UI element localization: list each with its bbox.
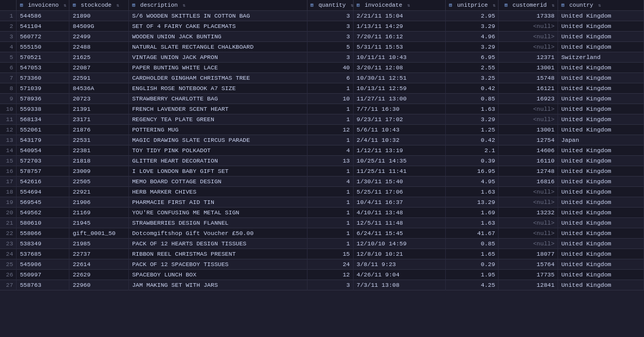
null-value: <null> [533, 43, 554, 50]
table-row[interactable]: 857103984536AENGLISH ROSE NOTEBOOK A7 SI… [0, 83, 644, 94]
table-row[interactable]: 2453768522737RIBBON REEL CHRISTMAS PRESE… [0, 249, 644, 259]
cell-customerid: 17338 [499, 11, 558, 21]
header-country[interactable]: ⊞ country ⇅ [558, 0, 644, 11]
cell-unitprice: 2.55 [446, 63, 499, 73]
sort-icon-country[interactable]: ⇅ [598, 3, 601, 8]
cell-invoicedate: 3/20/11 12:08 [353, 63, 446, 73]
table-row[interactable]: 1255206121876POTTERING MUG125/6/11 10:43… [0, 125, 644, 135]
cell-quantity: 1 [307, 135, 353, 145]
cell-invoicedate: 5/6/11 10:43 [353, 125, 446, 135]
table-row[interactable]: 757336022591CARDHOLDER GINGHAM CHRISTMAS… [0, 73, 644, 83]
table-row[interactable]: 2158061021945STRAWBERRIES DESIGN FLANNEL… [0, 218, 644, 228]
table-row[interactable]: 1754261622505MEMO BOARD COTTAGE DESIGN41… [0, 177, 644, 187]
cell-quantity: 1 [307, 228, 353, 239]
cell-invoicedate: 1/12/11 13:19 [353, 145, 446, 156]
cell-stockcode: 21945 [69, 218, 129, 228]
table-row[interactable]: 2554590622614PACK OF 12 SPACEBOY TISSUES… [0, 259, 644, 270]
cell-invoicedate: 12/8/10 10:21 [353, 249, 446, 259]
cell-stockcode: 21890 [69, 11, 129, 21]
header-unitprice[interactable]: ⊞ unitprice ⇅ [446, 0, 499, 11]
cell-invoicedate: 11/27/11 13:00 [353, 94, 446, 104]
col-label-description: description [140, 2, 178, 8]
cell-invoicedate: 10/30/11 12:51 [353, 73, 446, 83]
header-invoiceno[interactable]: ⊞ invoiceno ⇅ [17, 0, 69, 11]
cell-description: MEMO BOARD COTTAGE DESIGN [129, 177, 307, 187]
cell-country: United Kingdom [558, 187, 644, 197]
cell-country: United Kingdom [558, 239, 644, 249]
table-row[interactable]: 1354317922531MAGIC DRAWING SLATE CIRCUS … [0, 135, 644, 145]
header-quantity[interactable]: ⊞ quantity ⇅ [307, 0, 353, 11]
table-row[interactable]: 1657875723009I LOVE LONDON BABY GIFT SET… [0, 166, 644, 177]
table-row[interactable]: 1055933821391FRENCH LAVENDER SCENT HEART… [0, 104, 644, 114]
table-row[interactable]: 1454095422381TOY TIDY PINK POLKADOT41/12… [0, 145, 644, 156]
cell-customerid: 12748 [499, 166, 558, 177]
cell-unitprice: 41.67 [446, 228, 499, 239]
cell-stockcode: 84509G [69, 21, 129, 32]
header-stockcode[interactable]: ⊞ stockcode ⇅ [69, 0, 129, 11]
cell-description: MAGIC DRAWING SLATE CIRCUS PARADE [129, 135, 307, 145]
cell-row-num: 1 [0, 11, 17, 21]
sort-icon-stockcode[interactable]: ⇅ [116, 3, 119, 8]
cell-invoicedate: 12/5/11 11:48 [353, 218, 446, 228]
cell-unitprice: 1.95 [446, 270, 499, 280]
cell-invoiceno: 552061 [17, 125, 69, 135]
cell-country: United Kingdom [558, 270, 644, 280]
null-value: <null> [533, 219, 554, 226]
cell-stockcode: 22499 [69, 32, 129, 42]
cell-description: ENGLISH ROSE NOTEBOOK A7 SIZE [129, 83, 307, 94]
sort-icon-unitprice[interactable]: ⇅ [493, 3, 495, 8]
null-value: <null> [533, 106, 554, 112]
cell-stockcode: 23171 [69, 114, 129, 125]
table-row[interactable]: 1855469422921HERB MARKER CHIVES15/25/11 … [0, 187, 644, 197]
cell-unitprice: 0.85 [446, 94, 499, 104]
cell-unitprice: 6.95 [446, 52, 499, 63]
cell-stockcode: 22629 [69, 270, 129, 280]
sort-icon-invoicedate[interactable]: ⇅ [407, 3, 410, 8]
cell-row-num: 7 [0, 73, 17, 83]
cell-quantity: 3 [307, 21, 353, 32]
cell-description: JAM MAKING SET WITH JARS [129, 280, 307, 290]
table-row[interactable]: 455515022488NATURAL SLATE RECTANGLE CHAL… [0, 42, 644, 52]
col-label-country: country [569, 2, 593, 8]
cell-quantity: 4 [307, 145, 353, 156]
cell-row-num: 18 [0, 187, 17, 197]
cell-country: Switzerland [558, 52, 644, 63]
table-row[interactable]: 2054956221169YOU'RE CONFUSING ME METAL S… [0, 208, 644, 218]
cell-row-num: 5 [0, 52, 17, 63]
cell-country: United Kingdom [558, 32, 644, 42]
table-row[interactable]: 1956954521906PHARMACIE FIRST AID TIN110/… [0, 197, 644, 208]
sort-icon-description[interactable]: ⇅ [183, 3, 185, 8]
null-value: <null> [533, 230, 554, 237]
cell-country: United Kingdom [558, 280, 644, 290]
sort-icon-invoiceno[interactable]: ⇅ [64, 3, 66, 8]
table-row[interactable]: 2755876322960JAM MAKING SET WITH JARS37/… [0, 280, 644, 290]
cell-unitprice: 4.25 [446, 280, 499, 290]
cell-stockcode: 21906 [69, 197, 129, 208]
table-row[interactable]: 356077222499WOODEN UNION JACK BUNTING37/… [0, 32, 644, 42]
table-row[interactable]: 1156813423171REGENCY TEA PLATE GREEN19/2… [0, 114, 644, 125]
cell-quantity: 3 [307, 52, 353, 63]
table-row[interactable]: 2655099722629SPACEBOY LUNCH BOX124/26/11… [0, 270, 644, 280]
header-invoicedate[interactable]: ⊞ invoicedate ⇅ [353, 0, 446, 11]
table-row[interactable]: 957893620723STRAWBERRY CHARLOTTE BAG1011… [0, 94, 644, 104]
cell-customerid: <null> [499, 197, 558, 208]
col-icon-stockcode: ⊞ [72, 3, 76, 8]
cell-invoiceno: 542616 [17, 177, 69, 187]
cell-quantity: 3 [307, 32, 353, 42]
sort-icon-customerid[interactable]: ⇅ [552, 3, 554, 8]
table-row[interactable]: 22558066gift_0001_50Dotcomgiftshop Gift … [0, 228, 644, 239]
cell-row-num: 4 [0, 42, 17, 52]
cell-quantity: 1 [307, 197, 353, 208]
cell-stockcode: 22087 [69, 63, 129, 73]
header-description[interactable]: ⊞ description ⇅ [129, 0, 307, 11]
table-row[interactable]: 154458621890S/6 WOODEN SKITTLES IN COTTO… [0, 11, 644, 21]
table-row[interactable]: 654705322087PAPER BUNTING WHITE LACE403/… [0, 63, 644, 73]
cell-customerid: 14606 [499, 145, 558, 156]
header-customerid[interactable]: ⊞ customerid ⇅ [499, 0, 558, 11]
table-row[interactable]: 1557270321818GLITTER HEART DECORATION131… [0, 156, 644, 166]
table-row[interactable]: 557052121625VINTAGE UNION JACK APRON310/… [0, 52, 644, 63]
cell-customerid: 16816 [499, 177, 558, 187]
cell-quantity: 12 [307, 125, 353, 135]
table-row[interactable]: 254110484509GSET OF 4 FAIRY CAKE PLACEMA… [0, 21, 644, 32]
table-row[interactable]: 2353834921985PACK OF 12 HEARTS DESIGN TI… [0, 239, 644, 249]
